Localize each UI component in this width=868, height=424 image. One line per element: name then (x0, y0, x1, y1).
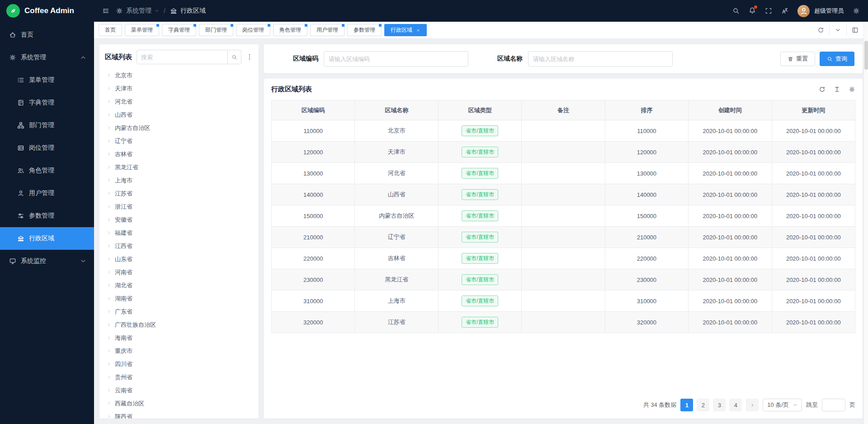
region-code-input[interactable] (324, 51, 468, 67)
table-cell: 省市/直辖市 (438, 248, 521, 269)
tree-item[interactable]: 江西省 (105, 239, 253, 252)
tabs-menu-chevron-icon[interactable] (829, 24, 846, 36)
tree-item[interactable]: 湖北省 (105, 279, 253, 292)
tree-item[interactable]: 内蒙古自治区 (105, 121, 253, 134)
tree-item[interactable]: 辽宁省 (105, 134, 253, 148)
tree-item[interactable]: 福建省 (105, 226, 253, 239)
tree-item[interactable]: 四川省 (105, 357, 253, 371)
tree-item[interactable]: 天津市 (105, 82, 253, 95)
sidebar-item-dict-management[interactable]: 字典管理 (0, 91, 94, 114)
column-height-icon[interactable] (834, 86, 840, 93)
tree-search-input[interactable] (137, 50, 227, 64)
tree-item[interactable]: 海南省 (105, 331, 253, 344)
fullscreen-icon[interactable] (765, 7, 772, 14)
tree-item[interactable]: 河南省 (105, 266, 253, 279)
tree-item[interactable]: 安徽省 (105, 213, 253, 226)
avatar[interactable] (797, 5, 810, 17)
table-row: 210000辽宁省省市/直辖市2100002020-10-01 00:00:00… (272, 227, 855, 248)
tree-item[interactable]: 广东省 (105, 305, 253, 318)
sidebar-item-region-management[interactable]: 行政区域 (0, 227, 94, 250)
tree-more-icon[interactable] (246, 53, 253, 61)
sidebar-item-home[interactable]: 首页 (0, 24, 94, 46)
tree-item[interactable]: 云南省 (105, 384, 253, 397)
tree-item[interactable]: 浙江省 (105, 200, 253, 213)
tab-post-management[interactable]: 岗位管理 (236, 24, 270, 36)
settings-gear-icon[interactable] (853, 7, 860, 14)
tree-item[interactable]: 上海市 (105, 174, 253, 187)
window-scrollbar[interactable] (863, 22, 868, 424)
trash-icon (788, 56, 793, 62)
jump-page-input[interactable] (822, 399, 845, 411)
sidebar-item-role-management[interactable]: 角色管理 (0, 159, 94, 182)
region-tree-panel: 区域列表 北京市天津市河北省山西省内蒙古自治区辽宁省吉林省黑龙江省上海市江苏省浙… (99, 44, 259, 419)
column-header: 创建时间 (689, 100, 772, 120)
table-row: 120000天津市省市/直辖市1200002020-10-01 00:00:00… (272, 142, 855, 163)
tree-item[interactable]: 河北省 (105, 95, 253, 108)
breadcrumb-separator: / (164, 7, 165, 14)
table-cell: 130000 (605, 163, 688, 184)
page-button-1[interactable]: 1 (680, 399, 693, 411)
table-settings-icon[interactable] (849, 86, 855, 93)
tab-menu-management[interactable]: 菜单管理 (125, 24, 159, 36)
table-cell: 省市/直辖市 (438, 120, 521, 142)
sidebar-item-param-management[interactable]: 参数管理 (0, 205, 94, 227)
tree-item[interactable]: 江苏省 (105, 187, 253, 200)
table-refresh-icon[interactable] (819, 86, 826, 93)
sidebar-item-system-management[interactable]: 系统管理 (0, 46, 94, 69)
page-button-3[interactable]: 3 (713, 399, 726, 411)
tab-dept-management[interactable]: 部门管理 (199, 24, 233, 36)
tab-user-management[interactable]: 用户管理 (310, 24, 344, 36)
page-size-select[interactable]: 10 条/页 (763, 399, 802, 411)
tab-role-management[interactable]: 角色管理 (273, 24, 307, 36)
tree-item[interactable]: 湖南省 (105, 292, 253, 305)
next-page-button[interactable] (746, 399, 759, 411)
tree-item[interactable]: 重庆市 (105, 344, 253, 357)
tree-search-button[interactable] (227, 50, 241, 64)
tab-pin-dot (342, 24, 344, 27)
sidebar-item-user-management[interactable]: 用户管理 (0, 182, 94, 205)
tree-item[interactable]: 西藏自治区 (105, 397, 253, 410)
page-button-4[interactable]: 4 (729, 399, 742, 411)
refresh-tabs-icon[interactable] (812, 24, 829, 36)
sidebar-item-system-monitor[interactable]: 系统监控 (0, 250, 94, 272)
layout-toggle-icon[interactable] (846, 24, 863, 36)
tree-item[interactable]: 吉林省 (105, 148, 253, 161)
close-icon[interactable] (416, 28, 420, 33)
tab-dict-management[interactable]: 字典管理 (162, 24, 196, 36)
breadcrumb-root[interactable]: 系统管理 (126, 7, 151, 15)
search-icon[interactable] (732, 7, 740, 14)
tab-home[interactable]: 首页 (99, 24, 122, 36)
right-column: 区域编码 区域名称 重置 查询 (264, 44, 863, 419)
sidebar-item-post-management[interactable]: 岗位管理 (0, 137, 94, 159)
sidebar-item-dept-management[interactable]: 部门管理 (0, 114, 94, 137)
tree-item-label: 海南省 (115, 334, 132, 342)
tabbar-controls (812, 24, 863, 36)
page-button-2[interactable]: 2 (697, 399, 709, 411)
translate-icon[interactable] (781, 7, 788, 14)
tree-item[interactable]: 山西省 (105, 108, 253, 121)
chevron-right-icon (107, 99, 112, 104)
tree-item-label: 云南省 (115, 386, 132, 395)
notifications-button[interactable] (749, 7, 756, 15)
scrollbar-thumb[interactable] (864, 41, 868, 70)
reset-button[interactable]: 重置 (780, 52, 815, 66)
tree-item[interactable]: 广西壮族自治区 (105, 318, 253, 331)
tab-region-management[interactable]: 行政区域 (384, 24, 427, 36)
content-area: 区域列表 北京市天津市河北省山西省内蒙古自治区辽宁省吉林省黑龙江省上海市江苏省浙… (94, 39, 868, 424)
tree-item[interactable]: 北京市 (105, 69, 253, 82)
query-button[interactable]: 查询 (820, 52, 854, 66)
sidebar-item-menu-management[interactable]: 菜单管理 (0, 69, 94, 91)
table-cell (522, 120, 605, 142)
region-name-input[interactable] (528, 51, 673, 67)
tree-item[interactable]: 贵州省 (105, 371, 253, 384)
tab-param-management[interactable]: 参数管理 (347, 24, 382, 36)
chevron-right-icon (107, 165, 112, 170)
tree-item[interactable]: 黑龙江省 (105, 161, 253, 174)
table-row: 320000江苏省省市/直辖市3200002020-10-01 00:00:00… (272, 312, 855, 333)
tree-item-label: 湖南省 (115, 295, 132, 303)
tree-item[interactable]: 陕西省 (105, 410, 253, 419)
username[interactable]: 超级管理员 (814, 7, 844, 15)
collapse-sidebar-icon[interactable] (102, 7, 109, 14)
tree-item[interactable]: 山东省 (105, 252, 253, 266)
tree-item-label: 贵州省 (115, 373, 132, 381)
